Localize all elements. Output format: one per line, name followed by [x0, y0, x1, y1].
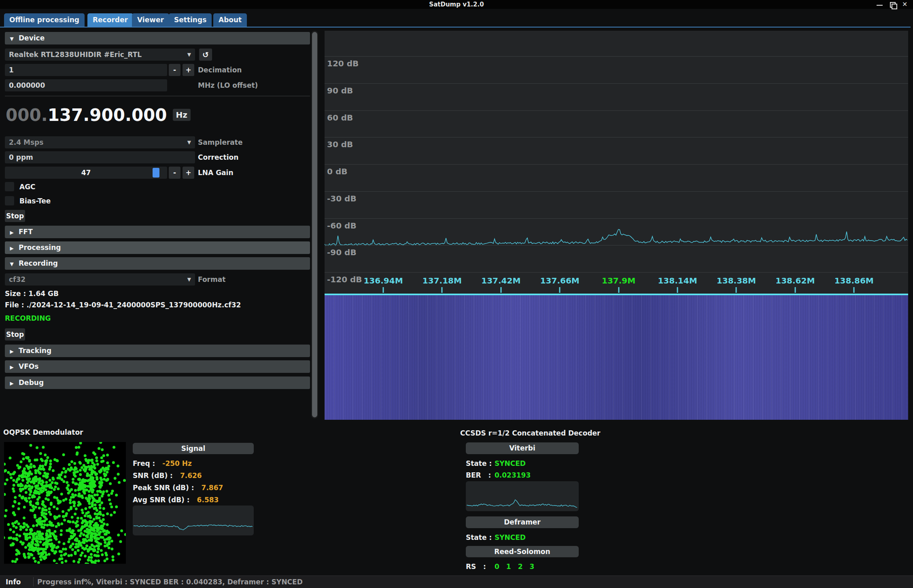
chevron-down-icon: ▼ [187, 49, 191, 61]
section-header-processing[interactable]: ▶Processing [5, 241, 310, 254]
rs-label: RS : [466, 561, 486, 572]
fft-freq-label: 137.42M [481, 276, 520, 286]
tab-recorder[interactable]: Recorder [87, 13, 133, 27]
lna-gain-value: 47 [5, 167, 167, 179]
rs-value: 0 [495, 561, 499, 572]
fft-gridline [325, 56, 908, 57]
fft-trace [325, 31, 908, 294]
status-bar: Info Progress inf%, Viterbi : SYNCED BER… [0, 575, 913, 588]
rs-value: 3 [530, 561, 535, 572]
viterbi-header: Viterbi [466, 442, 579, 454]
fft-freq-label: 138.38M [717, 276, 756, 286]
deframer-state-value: SYNCED [495, 532, 526, 543]
tab-about[interactable]: About [213, 13, 247, 27]
signal-row: Freq :-250 Hz [133, 458, 192, 469]
section-label: Debug [19, 379, 44, 387]
section-header-recording[interactable]: ▼Recording [5, 257, 310, 270]
fft-gridline [325, 137, 908, 137]
decimation-value: 1 [9, 64, 14, 76]
deframer-state-label: State : [466, 532, 492, 543]
constellation-plot [4, 442, 126, 564]
fft-gridline [325, 191, 908, 192]
signal-row-value: 7.867 [202, 482, 223, 493]
fft-db-label: 120 dB [327, 59, 359, 68]
panel-scrollbar-thumb[interactable] [312, 32, 317, 417]
fft-freq-label: 136.94M [363, 276, 403, 286]
device-source-combo[interactable]: Realtek RTL2838UHIDIR #Eric_RTL ▼ [5, 49, 195, 61]
ber-graph [466, 481, 579, 511]
record-file: File : ./2024-12-14_19-09-41_2400000SPS_… [5, 299, 241, 311]
tab-underline [0, 27, 911, 27]
record-size: Size : 1.64 GB [5, 288, 59, 300]
lo-offset-input[interactable]: 0.000000 [5, 79, 167, 91]
fft-db-label: -120 dB [327, 275, 362, 284]
fft-gridline [325, 272, 908, 273]
reed-solomon-header: Reed-Solomon [466, 546, 579, 557]
signal-row-label: Freq : [133, 458, 155, 469]
chevron-down-icon: ▼ [187, 136, 191, 148]
fft-db-label: 60 dB [327, 113, 353, 123]
fft-gridline [325, 245, 908, 245]
fft-freq-tick [442, 287, 443, 293]
recording-status: RECORDING [5, 312, 51, 324]
lna-gain-slider[interactable]: 47 [5, 167, 167, 179]
signal-row-value: 7.626 [180, 470, 202, 481]
window-title: SatDump v1.2.0 [0, 1, 913, 8]
section-header-device[interactable]: ▼Device [5, 32, 310, 44]
section-header-tracking[interactable]: ▶Tracking [5, 345, 310, 357]
signal-header: Signal [133, 443, 254, 454]
fft-freq-tick [383, 287, 384, 293]
slider-handle[interactable] [153, 168, 159, 178]
decimation-minus-button[interactable]: - [169, 64, 180, 76]
fft-freq-label: 138.62M [775, 276, 815, 286]
viterbi-state-label: State : [466, 458, 492, 469]
lna-plus-button[interactable]: + [183, 167, 194, 179]
separator [5, 96, 310, 96]
record-format-combo[interactable]: cf32 ▼ [5, 273, 195, 286]
sdr-stop-button[interactable]: Stop [5, 210, 25, 222]
fft-center-freq-label: 137.9M [602, 276, 635, 286]
signal-row: Avg SNR (dB) :6.583 [133, 494, 219, 506]
chevron-down-icon: ▼ [187, 273, 191, 286]
signal-row-value: -250 Hz [162, 458, 192, 469]
samplerate-combo[interactable]: 2.4 Msps ▼ [5, 136, 195, 148]
tab-offline-processing[interactable]: Offline processing [4, 13, 85, 27]
fft-gridline [325, 218, 908, 219]
lna-minus-button[interactable]: - [169, 167, 180, 179]
correction-input[interactable]: 0 ppm [5, 151, 195, 163]
section-label: Device [19, 34, 45, 42]
frequency-display[interactable]: 000.137.900.000 Hz [6, 104, 191, 125]
section-header-fft[interactable]: ▶FFT [5, 226, 310, 238]
section-header-vfos[interactable]: ▶VFOs [5, 360, 310, 373]
bias-tee-checkbox[interactable] [5, 196, 14, 205]
section-label: Recording [19, 259, 58, 267]
tab-viewer[interactable]: Viewer [132, 13, 169, 27]
decimation-plus-button[interactable]: + [183, 64, 194, 76]
fft-freq-tick [794, 287, 796, 293]
section-header-debug[interactable]: ▶Debug [5, 376, 310, 389]
agc-checkbox[interactable] [5, 182, 14, 191]
decoder-title: CCSDS r=1/2 Concatenated Decoder [460, 427, 600, 439]
fft-freq-label: 138.14M [658, 276, 697, 286]
chevron-down-icon: ▼ [5, 258, 19, 271]
frequency-unit-badge: Hz [173, 109, 191, 121]
snr-graph [133, 506, 254, 535]
lo-offset-value: 0.000000 [9, 79, 45, 91]
record-stop-button[interactable]: Stop [5, 328, 25, 341]
refresh-button[interactable]: ↺ [199, 49, 212, 61]
close-icon[interactable]: ✕ [902, 0, 907, 9]
frequency-prefix: 000. [6, 105, 48, 125]
chevron-right-icon: ▶ [5, 242, 19, 255]
signal-row: SNR (dB) :7.626 [133, 470, 202, 481]
correction-label: Correction [198, 151, 238, 163]
fft-freq-label: 138.86M [834, 276, 874, 286]
bias-tee-label: Bias-Tee [19, 195, 51, 207]
satdump-window: SatDump v1.2.0 ✕ ▼Device Realtek RTL2838… [0, 0, 913, 588]
minimize-icon[interactable] [877, 5, 883, 6]
restore-icon-front[interactable] [892, 4, 897, 9]
tab-settings[interactable]: Settings [169, 13, 212, 27]
fft-spectrum-plot[interactable]: 120 dB90 dB60 dB30 dB0 dB-30 dB-60 dB-90… [325, 31, 908, 294]
fft-db-label: 90 dB [327, 86, 353, 95]
samplerate-label: Samplerate [198, 136, 242, 148]
decimation-input[interactable]: 1 [5, 64, 167, 76]
